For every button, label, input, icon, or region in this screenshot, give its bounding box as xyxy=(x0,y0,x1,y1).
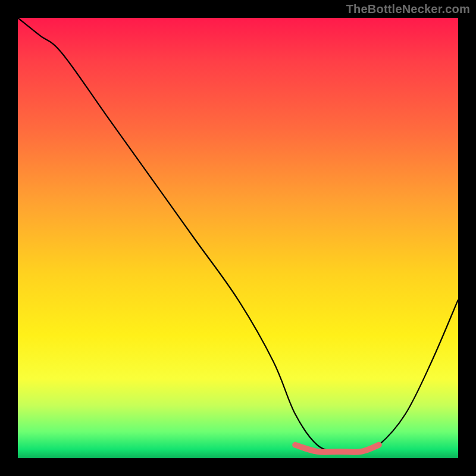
chart-plot-area xyxy=(18,18,458,458)
watermark-text: TheBottleNecker.com xyxy=(346,2,470,16)
highlight-segment xyxy=(295,445,379,452)
chart-frame: TheBottleNecker.com xyxy=(0,0,476,476)
main-curve xyxy=(18,18,458,452)
curve-layer xyxy=(18,18,458,458)
